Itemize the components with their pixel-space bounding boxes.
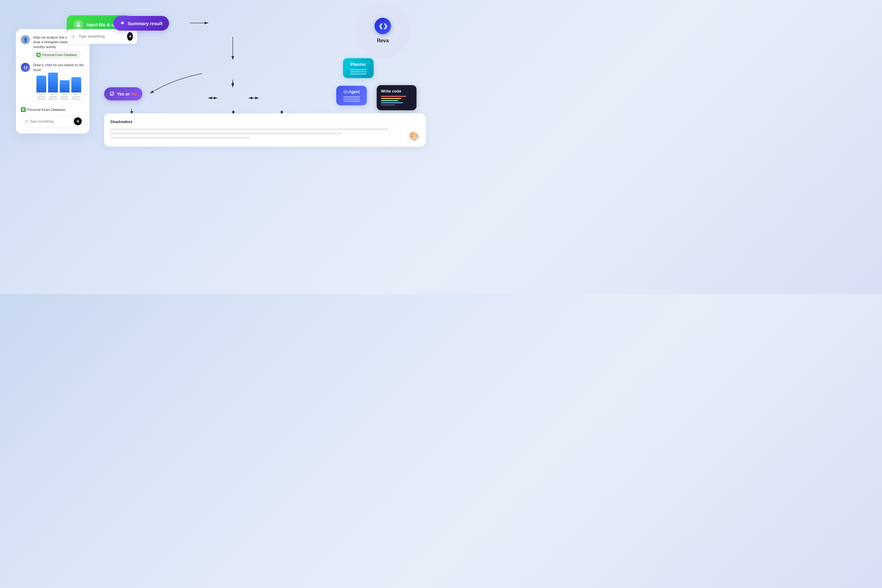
reva-node[interactable]: ❮❯ Reva	[355, 3, 410, 58]
chart-bars: Auto-generateDashboard Auto-generateDash…	[36, 79, 81, 100]
reva-chevrons-icon: ❮❯	[378, 22, 387, 29]
planner-label: Planner	[350, 62, 366, 67]
reva-label: Reva	[377, 38, 388, 44]
bar-label-2: Auto-generateDashboard	[48, 93, 57, 100]
write-code-node[interactable]: Write code	[376, 85, 417, 110]
planner-line-3	[350, 74, 367, 74]
agent-message-text: Draw a chart for you based on the excel	[33, 63, 84, 72]
bar-group-1: Auto-generateDashboard	[36, 76, 46, 100]
reva-avatar: ❮❯	[375, 18, 391, 34]
no-text: No	[131, 92, 137, 96]
shadowbox-line-3	[110, 137, 250, 139]
attach-icon: ⊘	[25, 119, 28, 124]
planner-line-2	[350, 71, 367, 72]
code-line-5	[381, 104, 395, 105]
bar-2	[48, 73, 58, 93]
agent-avatar: ❮❯	[21, 63, 30, 72]
code-line-1	[381, 96, 406, 97]
summary-label: Summary result	[128, 21, 162, 26]
bar-1	[36, 76, 46, 93]
bar-label-3: Auto-generateDashboard	[60, 93, 69, 100]
palette-icon: 🎨	[409, 131, 420, 141]
summary-result-node[interactable]: ✦ Summary result	[113, 16, 169, 31]
bar-group-2: Auto-generateDashboard	[48, 73, 58, 100]
bar-3	[60, 80, 69, 93]
ci-agent-line-3	[343, 101, 360, 102]
checklist-icon: ☑	[110, 91, 114, 97]
chart-container: Auto-generateDashboard Auto-generateDash…	[33, 75, 84, 103]
user-avatar: 👤	[21, 35, 30, 44]
db-badge-icon: ▦	[21, 107, 26, 112]
yes-no-node[interactable]: ☑ Yes or No	[104, 87, 142, 100]
yes-no-label: Yes or No	[117, 92, 137, 96]
write-code-label: Write code	[381, 89, 412, 93]
file-badge-icon: ▦	[36, 52, 41, 57]
chat-panel: 👤 Help me analyze this excel and draw a …	[16, 29, 89, 134]
planner-node[interactable]: Planner	[343, 58, 374, 78]
user-circle-icon	[74, 20, 83, 29]
bar-group-3: Auto-generateDashboard	[60, 80, 69, 100]
node-input-field[interactable]	[79, 34, 124, 39]
ci-agent-node[interactable]: Ci Agent	[336, 86, 367, 105]
node-send-button[interactable]	[127, 32, 133, 41]
ci-agent-line-2	[343, 99, 360, 99]
code-line-4	[381, 102, 403, 103]
bottom-input[interactable]	[30, 119, 74, 123]
bottom-send-button[interactable]	[74, 117, 82, 125]
ci-agent-line-1	[343, 96, 360, 98]
bottom-input-bar: ⊘	[21, 115, 84, 128]
shadowbox-line-2	[110, 133, 342, 135]
sparkle-icon: ✦	[120, 20, 124, 27]
ci-agent-lines	[343, 96, 360, 102]
file-badge-1: ▦ Personal Exam Database	[33, 51, 80, 58]
planner-line-1	[350, 69, 367, 70]
shadowbox-line-1	[110, 128, 388, 130]
node-input-box: ⊘	[67, 29, 137, 44]
bar-4	[71, 77, 81, 93]
code-line-3	[381, 100, 398, 101]
shadowbox: Shadowbox 🎨	[104, 113, 426, 147]
db-label: Personal Exam Database	[27, 108, 66, 111]
ci-agent-label: Ci Agent	[344, 89, 360, 94]
bar-label-4: Auto-generateDashboard	[72, 93, 81, 100]
shadowbox-title: Shadowbox	[110, 119, 420, 124]
agent-message: ❮❯ Draw a chart for you based on the exc…	[21, 63, 84, 103]
file-badge-label: Personal Exam Database	[42, 53, 77, 57]
code-line-2	[381, 98, 401, 99]
svg-point-16	[78, 22, 80, 24]
bar-label-1: Auto-generateDashboard	[37, 93, 46, 100]
bar-group-4: Auto-generateDashboard	[71, 77, 81, 100]
node-attach-icon: ⊘	[71, 34, 75, 39]
planner-lines	[350, 69, 367, 74]
db-badge-bottom: ▦ Personal Exam Database	[21, 107, 66, 112]
section-divider: ▦ Personal Exam Database	[21, 107, 84, 112]
